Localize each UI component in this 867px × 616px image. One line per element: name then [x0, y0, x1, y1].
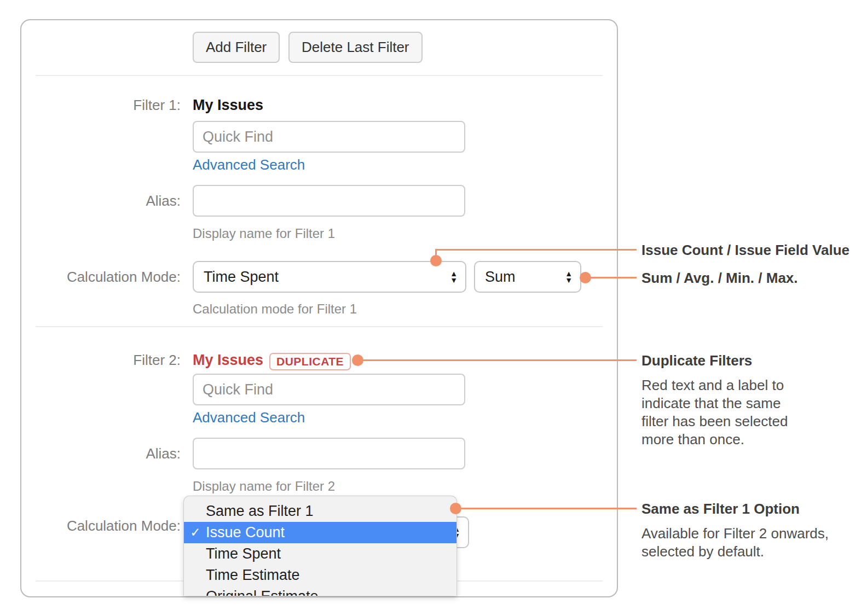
callout-line-same-as: [456, 508, 637, 509]
dropdown-option-label: Issue Count: [206, 524, 285, 541]
screenshot-root: Add Filter Delete Last Filter Filter 1: …: [0, 0, 867, 616]
filter1-calc-mode-label: Calculation Mode:: [49, 269, 181, 285]
filter1-aggregation-select[interactable]: Sum ▲▼: [474, 261, 581, 293]
add-filter-button[interactable]: Add Filter: [193, 32, 280, 63]
filter1-alias-label: Alias:: [49, 193, 181, 209]
select-stepper-icon: ▲▼: [565, 270, 573, 283]
filter1-calc-mode-value: Time Spent: [204, 269, 450, 286]
dropdown-option[interactable]: Time Estimate: [184, 565, 456, 586]
callout-line-aggregation: [586, 277, 637, 278]
delete-last-filter-button[interactable]: Delete Last Filter: [288, 32, 423, 63]
filter1-calc-mode-help: Calculation mode for Filter 1: [193, 302, 357, 316]
filter2-advanced-search-link[interactable]: Advanced Search: [193, 410, 305, 425]
filter1-calc-mode-select[interactable]: Time Spent ▲▼: [193, 261, 466, 293]
dropdown-option-label: Original Estimate: [206, 588, 319, 596]
dropdown-option[interactable]: Original Estimate: [184, 586, 456, 596]
annotation-calc-mode-title: Issue Count / Issue Field Value: [641, 241, 849, 259]
callout-dot-calc-mode: [430, 255, 442, 266]
callout-line-duplicate: [357, 359, 637, 361]
filter2-alias-help: Display name for Filter 2: [193, 479, 335, 493]
divider-middle: [36, 326, 603, 327]
checkmark-icon: ✓: [188, 525, 203, 540]
callout-dot-aggregation: [580, 272, 591, 283]
annotation-duplicate-title: Duplicate Filters: [641, 352, 752, 369]
filter2-alias-input[interactable]: [193, 438, 465, 469]
filter2-alias-label: Alias:: [49, 445, 181, 462]
divider-top: [36, 75, 603, 76]
dropdown-option-label: Time Estimate: [206, 567, 300, 584]
filter1-row-label: Filter 1:: [49, 97, 181, 113]
dropdown-option[interactable]: ✓Issue Count: [184, 522, 456, 543]
annotation-aggregation-title: Sum / Avg. / Min. / Max.: [641, 269, 798, 287]
annotation-same-as-body: Available for Filter 2 onwards, selected…: [641, 525, 860, 561]
callout-line-calc-mode: [435, 249, 637, 251]
filter2-name: My Issues: [193, 352, 263, 368]
filter1-alias-input[interactable]: [193, 185, 465, 217]
filter1-advanced-search-link[interactable]: Advanced Search: [193, 157, 305, 172]
calc-mode-dropdown: Same as Filter 1✓Issue CountTime SpentTi…: [183, 496, 457, 596]
filter2-row-label: Filter 2:: [49, 352, 181, 368]
annotation-same-as-title: Same as Filter 1 Option: [641, 500, 800, 518]
dropdown-option[interactable]: Same as Filter 1: [184, 501, 456, 522]
filter1-aggregation-value: Sum: [485, 269, 565, 286]
filter1-quick-find-input[interactable]: [193, 121, 465, 153]
select-stepper-icon: ▲▼: [450, 270, 458, 283]
dropdown-option[interactable]: Time Spent: [184, 543, 456, 565]
filter2-quick-find-input[interactable]: [193, 374, 465, 405]
filter2-calc-mode-label: Calculation Mode:: [49, 518, 181, 534]
filter1-name: My Issues: [193, 97, 263, 113]
dropdown-option-label: Time Spent: [206, 545, 281, 562]
filter1-alias-help: Display name for Filter 1: [193, 226, 335, 241]
callout-dot-duplicate: [352, 355, 363, 366]
duplicate-badge: DUPLICATE: [269, 353, 351, 370]
dropdown-option-label: Same as Filter 1: [206, 503, 314, 520]
annotation-duplicate-body: Red text and a label to indicate that th…: [641, 376, 860, 449]
callout-dot-same-as: [450, 503, 461, 514]
